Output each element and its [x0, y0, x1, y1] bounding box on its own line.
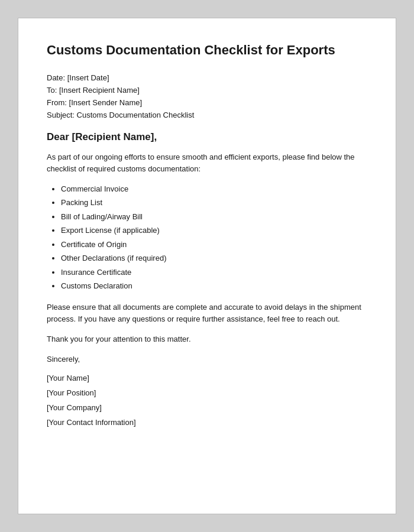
list-item: Packing List [61, 197, 367, 209]
signature-name: [Your Name] [47, 374, 367, 382]
list-item: Other Declarations (if required) [61, 252, 367, 264]
list-item: Certificate of Origin [61, 239, 367, 251]
from-value: [Insert Sender Name] [69, 98, 143, 107]
salutation: Dear [Recipient Name], [47, 131, 367, 143]
date-value: [Insert Date] [67, 73, 109, 82]
subject-line: Subject: Customs Documentation Checklist [47, 111, 367, 119]
sincerely-line: Sincerely, [47, 353, 367, 365]
signature-position: [Your Position] [47, 388, 367, 397]
list-item: Export License (if applicable) [61, 225, 367, 236]
from-line: From: [Insert Sender Name] [47, 98, 367, 107]
list-item: Bill of Lading/Airway Bill [61, 211, 367, 223]
to-value: [Insert Recipient Name] [59, 86, 140, 95]
signature-block: [Your Name] [Your Position] [Your Compan… [47, 374, 367, 427]
signature-company: [Your Company] [47, 403, 367, 412]
date-line: Date: [Insert Date] [47, 73, 367, 82]
closing-paragraph: Please ensure that all documents are com… [47, 301, 367, 325]
document-container: Customs Documentation Checklist for Expo… [18, 18, 396, 514]
from-label: From: [47, 98, 67, 107]
subject-label: Subject: [47, 111, 75, 119]
list-item: Insurance Certificate [61, 267, 367, 278]
signature-contact: [Your Contact Information] [47, 418, 367, 427]
list-item: Customs Declaration [61, 280, 367, 292]
document-title: Customs Documentation Checklist for Expo… [47, 42, 367, 59]
subject-value: Customs Documentation Checklist [77, 111, 195, 119]
thank-you-line: Thank you for your attention to this mat… [47, 333, 367, 345]
list-item: Commercial Invoice [61, 183, 367, 195]
to-label: To: [47, 86, 57, 95]
intro-paragraph: As part of our ongoing efforts to ensure… [47, 151, 367, 175]
date-label: Date: [47, 73, 65, 82]
to-line: To: [Insert Recipient Name] [47, 86, 367, 95]
checklist: Commercial InvoicePacking ListBill of La… [61, 183, 367, 292]
